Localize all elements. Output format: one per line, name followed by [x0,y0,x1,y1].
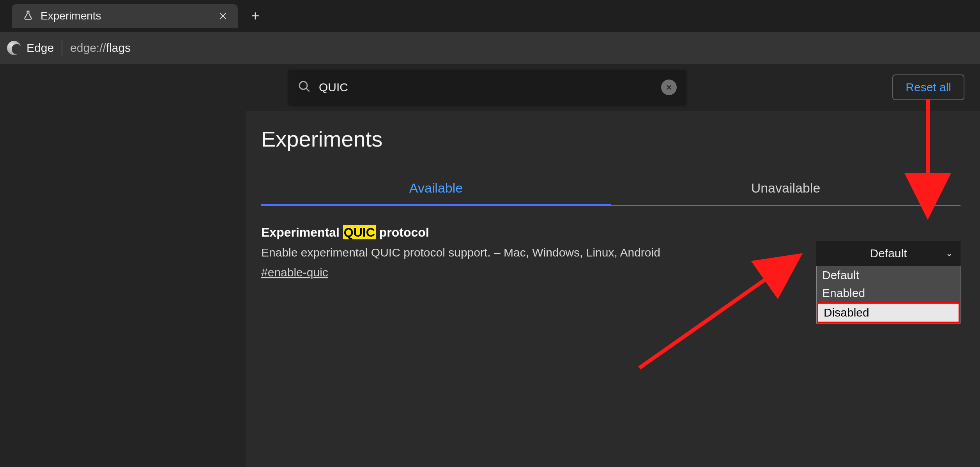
experiment-select-wrap: Default ⌄ Default Enabled Disabled [816,241,961,266]
tab-unavailable[interactable]: Unavailable [611,171,961,205]
close-tab-button[interactable] [216,9,230,23]
url-path: flags [106,41,131,54]
svg-line-2 [639,267,784,368]
experiment-text: Experimental QUIC protocol Enable experi… [261,225,801,279]
url-prefix: edge:// [70,41,106,54]
address-bar: Edge edge://flags [0,32,980,64]
select-value: Default [870,247,907,260]
browser-name: Edge [27,41,54,55]
flags-toolbar: Reset all [0,64,980,111]
new-tab-button[interactable]: + [246,6,265,26]
svg-point-0 [299,81,307,89]
tab-available[interactable]: Available [261,171,611,205]
dropdown-option-disabled[interactable]: Disabled [817,302,960,323]
experiment-row: Experimental QUIC protocol Enable experi… [261,225,961,279]
flask-icon [23,10,34,22]
divider [62,40,62,56]
left-gutter [0,111,246,467]
experiment-description: Enable experimental QUIC protocol suppor… [261,244,801,261]
main-area: Experiments Available Unavailable Experi… [0,111,980,467]
content: Experiments Available Unavailable Experi… [246,111,980,467]
edge-logo-icon [7,41,21,55]
dropdown-option-enabled[interactable]: Enabled [817,284,960,302]
dropdown-option-default[interactable]: Default [817,266,960,284]
chevron-down-icon: ⌄ [946,248,953,258]
reset-all-button[interactable]: Reset all [892,74,964,100]
page-title: Experiments [261,126,961,152]
clear-search-button[interactable] [661,80,677,95]
search-icon [298,80,311,95]
search-highlight: QUIC [343,225,376,239]
browser-tab[interactable]: Experiments [12,4,238,28]
experiment-anchor-link[interactable]: #enable-quic [261,266,328,279]
experiment-dropdown: Default Enabled Disabled [816,266,961,324]
search-box[interactable] [288,70,686,105]
search-input[interactable] [319,81,653,94]
experiments-tabs: Available Unavailable [261,171,961,206]
experiment-select[interactable]: Default ⌄ [816,241,961,266]
tab-title: Experiments [41,10,209,22]
experiment-title: Experimental QUIC protocol [261,225,801,240]
browser-identity: Edge [4,41,54,55]
url-display[interactable]: edge://flags [70,41,131,55]
browser-tab-bar: Experiments + [0,0,980,32]
